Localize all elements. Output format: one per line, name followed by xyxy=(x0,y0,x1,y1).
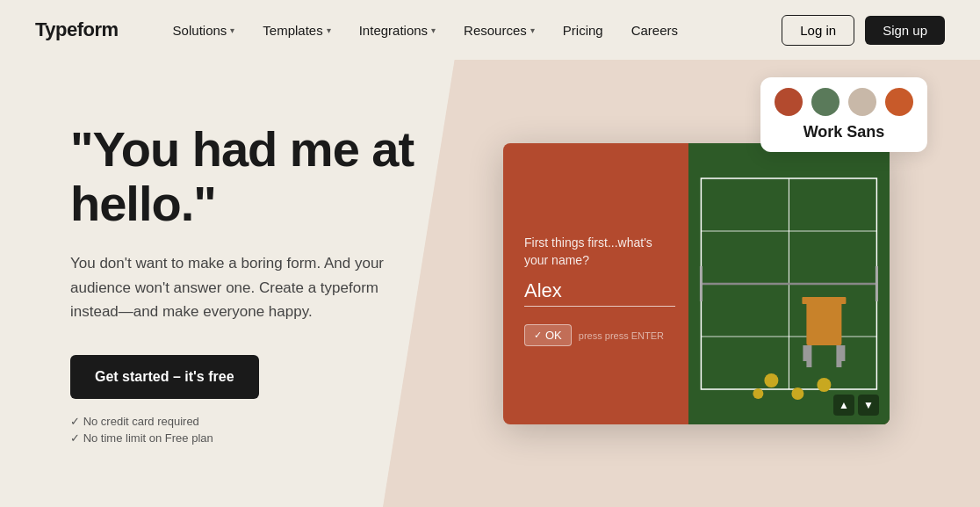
nav-item-integrations[interactable]: Integrations ▾ xyxy=(347,16,448,45)
swatch-orange[interactable] xyxy=(885,88,913,116)
nav-item-careers[interactable]: Careers xyxy=(619,16,690,45)
form-preview-card: First things first...what's your name? A… xyxy=(503,143,890,424)
hero-notes: No credit card required No time limit on… xyxy=(70,415,430,445)
chevron-down-icon: ▾ xyxy=(530,25,535,35)
nav-item-resources[interactable]: Resources ▾ xyxy=(451,16,547,45)
svg-point-15 xyxy=(818,378,832,392)
svg-rect-7 xyxy=(807,301,842,345)
hero-section: "You had me at hello." You don't want to… xyxy=(0,60,980,507)
hero-subtext: You don't want to make a boring form. An… xyxy=(70,251,404,323)
logo[interactable]: Typeform xyxy=(35,18,119,41)
form-content: First things first...what's your name? A… xyxy=(503,143,696,424)
nav-down-arrow[interactable]: ▼ xyxy=(858,395,879,416)
swatch-rust[interactable] xyxy=(775,88,803,116)
color-picker-panel: Work Sans xyxy=(760,77,927,152)
form-answer-value[interactable]: Alex xyxy=(524,279,675,302)
hero-note-1: No credit card required xyxy=(70,415,430,428)
hero-headline: "You had me at hello." xyxy=(70,122,430,230)
form-question: First things first...what's your name? xyxy=(524,235,675,269)
swatch-sand[interactable] xyxy=(848,88,876,116)
chevron-down-icon: ▾ xyxy=(327,25,331,35)
nav-actions: Log in Sign up xyxy=(782,15,945,46)
svg-point-16 xyxy=(753,388,764,399)
svg-rect-8 xyxy=(803,297,847,304)
svg-rect-12 xyxy=(840,345,846,361)
swatches-row xyxy=(775,88,913,116)
form-ok-area: ✓ OK press press ENTER xyxy=(524,324,675,346)
hero-note-2: No time limit on Free plan xyxy=(70,431,430,445)
form-navigation: ▲ ▼ xyxy=(833,395,879,416)
svg-point-13 xyxy=(765,373,779,387)
chevron-down-icon: ▾ xyxy=(431,25,436,35)
swatch-sage[interactable] xyxy=(811,88,839,116)
chevron-down-icon: ▾ xyxy=(230,25,234,35)
press-enter-hint: press press ENTER xyxy=(579,330,664,341)
form-input-area: Alex xyxy=(524,279,675,307)
hero-left: "You had me at hello." You don't want to… xyxy=(0,60,430,507)
svg-rect-11 xyxy=(803,345,809,361)
hero-right: Work Sans First things first...what's yo… xyxy=(430,60,980,507)
ok-button[interactable]: ✓ OK xyxy=(524,324,572,346)
signup-button[interactable]: Sign up xyxy=(865,16,945,45)
login-button[interactable]: Log in xyxy=(782,15,854,46)
tennis-court-image xyxy=(688,143,890,424)
navbar: Typeform Solutions ▾ Templates ▾ Integra… xyxy=(0,0,980,60)
svg-point-14 xyxy=(792,387,804,400)
nav-item-templates[interactable]: Templates ▾ xyxy=(250,16,342,45)
nav-up-arrow[interactable]: ▲ xyxy=(833,395,854,416)
font-label[interactable]: Work Sans xyxy=(775,123,913,141)
nav-item-pricing[interactable]: Pricing xyxy=(551,16,616,45)
cta-button[interactable]: Get started – it's free xyxy=(70,355,259,399)
tennis-court-svg xyxy=(688,143,890,424)
nav-links: Solutions ▾ Templates ▾ Integrations ▾ R… xyxy=(161,16,782,45)
nav-item-solutions[interactable]: Solutions ▾ xyxy=(161,16,248,45)
checkmark-icon: ✓ xyxy=(534,330,542,341)
